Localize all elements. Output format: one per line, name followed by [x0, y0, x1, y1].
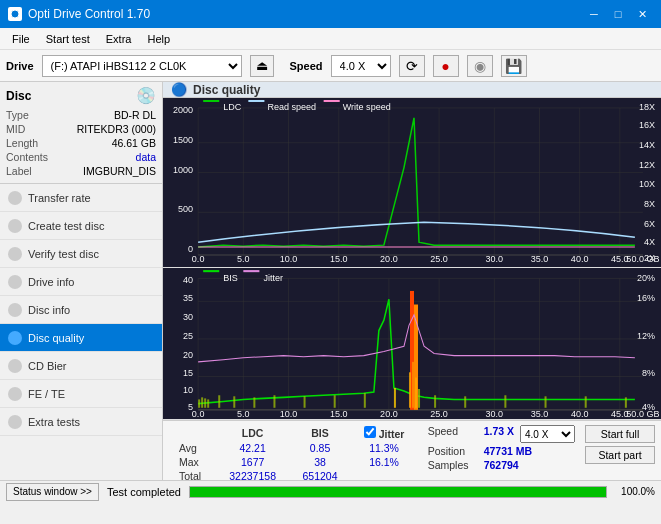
- svg-text:0.0: 0.0: [192, 409, 205, 419]
- disc-label-value: IMGBURN_DIS: [83, 165, 156, 177]
- stats-area: LDC BIS Jitter Avg 42.21: [163, 420, 661, 480]
- svg-text:35.0: 35.0: [531, 409, 549, 419]
- progress-percent: 100.0%: [615, 486, 655, 497]
- status-window-button[interactable]: Status window >>: [6, 483, 99, 501]
- nav-label-verify-test-disc: Verify test disc: [28, 248, 99, 260]
- nav-label-transfer-rate: Transfer rate: [28, 192, 91, 204]
- svg-rect-107: [464, 396, 466, 407]
- svg-text:14X: 14X: [639, 140, 655, 150]
- close-button[interactable]: ✕: [631, 4, 653, 24]
- nav-disc-quality[interactable]: Disc quality: [0, 324, 162, 352]
- sidebar: Disc 💿 Type BD-R DL MID RITEKDR3 (000) L…: [0, 82, 163, 480]
- maximize-button[interactable]: □: [607, 4, 629, 24]
- nav-drive-info[interactable]: Drive info: [0, 268, 162, 296]
- disc-mid-row: MID RITEKDR3 (000): [6, 123, 156, 135]
- nav-create-test-disc[interactable]: Create test disc: [0, 212, 162, 240]
- svg-text:12%: 12%: [637, 331, 655, 341]
- svg-rect-111: [625, 397, 627, 407]
- speed-label: Speed: [290, 60, 323, 72]
- nav-verify-test-disc[interactable]: Verify test disc: [0, 240, 162, 268]
- save-button[interactable]: 💾: [501, 55, 527, 77]
- speed-row: Speed 1.73 X 4.0 X: [428, 425, 575, 443]
- nav-extra-tests[interactable]: Extra tests: [0, 408, 162, 436]
- svg-text:20%: 20%: [637, 272, 655, 282]
- app-icon: [8, 7, 22, 21]
- svg-text:8%: 8%: [642, 368, 655, 378]
- disc-label-row: Label IMGBURN_DIS: [6, 165, 156, 177]
- disc-length-label: Length: [6, 137, 38, 149]
- menu-extra[interactable]: Extra: [98, 31, 140, 47]
- svg-text:25: 25: [183, 331, 193, 341]
- speed-value-select[interactable]: 4.0 X: [520, 425, 575, 443]
- svg-rect-96: [253, 397, 255, 407]
- disc-label-label: Label: [6, 165, 32, 177]
- nav-label-disc-info: Disc info: [28, 304, 70, 316]
- menu-file[interactable]: File: [4, 31, 38, 47]
- nav-fe-te[interactable]: FE / TE: [0, 380, 162, 408]
- svg-text:18X: 18X: [639, 102, 655, 112]
- menu-start-test[interactable]: Start test: [38, 31, 98, 47]
- title-bar: Opti Drive Control 1.70 ─ □ ✕: [0, 0, 661, 28]
- nav-label-extra-tests: Extra tests: [28, 416, 80, 428]
- svg-text:50.0 GB: 50.0 GB: [626, 409, 659, 419]
- speed-current-value: 1.73 X: [484, 425, 514, 443]
- content-area: 🔵 Disc quality 2000 1500 1000 500 0 18X: [163, 82, 661, 480]
- stats-avg-ldc: 42.21: [216, 441, 290, 455]
- svg-rect-109: [545, 396, 547, 407]
- nav-icon: [8, 191, 22, 205]
- drive-label: Drive: [6, 60, 34, 72]
- drive-bar: Drive (F:) ATAPI iHBS112 2 CL0K ⏏ Speed …: [0, 50, 661, 82]
- svg-text:1000: 1000: [173, 165, 193, 175]
- nav-label-cd-bier: CD Bier: [28, 360, 67, 372]
- svg-text:15.0: 15.0: [330, 409, 348, 419]
- stats-max-jitter: 16.1%: [351, 455, 418, 469]
- disc-icon-button[interactable]: ●: [433, 55, 459, 77]
- start-part-button[interactable]: Start part: [585, 446, 655, 464]
- stats-total-ldc: 32237158: [216, 469, 290, 480]
- disc-icon: 💿: [136, 86, 156, 105]
- refresh-button[interactable]: ⟳: [399, 55, 425, 77]
- svg-text:35: 35: [183, 293, 193, 303]
- nav-icon: [8, 359, 22, 373]
- speed-select[interactable]: 4.0 X: [331, 55, 391, 77]
- disc-type-row: Type BD-R DL: [6, 109, 156, 121]
- progress-bar-container: [189, 486, 607, 498]
- drive-select[interactable]: (F:) ATAPI iHBS112 2 CL0K: [42, 55, 242, 77]
- start-full-button[interactable]: Start full: [585, 425, 655, 443]
- nav-transfer-rate[interactable]: Transfer rate: [0, 184, 162, 212]
- svg-text:LDC: LDC: [223, 102, 242, 112]
- disc-contents-row: Contents data: [6, 151, 156, 163]
- stats-avg-label: Avg: [169, 441, 216, 455]
- svg-rect-97: [273, 395, 275, 408]
- svg-rect-94: [218, 395, 220, 408]
- svg-rect-105: [418, 389, 420, 408]
- nav-cd-bier[interactable]: CD Bier: [0, 352, 162, 380]
- jitter-checkbox[interactable]: [364, 426, 376, 438]
- col-header-ldc: LDC: [216, 425, 290, 441]
- svg-rect-101: [394, 388, 396, 408]
- svg-text:0: 0: [188, 244, 193, 254]
- svg-text:10: 10: [183, 385, 193, 395]
- eject-button[interactable]: ⏏: [250, 55, 274, 77]
- disc-type-value: BD-R DL: [114, 109, 156, 121]
- svg-rect-110: [585, 396, 587, 407]
- stats-max-label: Max: [169, 455, 216, 469]
- svg-text:2000: 2000: [173, 105, 193, 115]
- stats-row-total: Total 32237158 651204: [169, 469, 418, 480]
- col-header-jitter-check: Jitter: [351, 425, 418, 441]
- menu-bar: File Start test Extra Help: [0, 28, 661, 50]
- position-value: 47731 MB: [484, 445, 532, 457]
- disc-length-value: 46.61 GB: [112, 137, 156, 149]
- svg-text:Jitter: Jitter: [263, 272, 283, 282]
- svg-rect-44: [248, 100, 264, 102]
- svg-text:5.0: 5.0: [237, 409, 250, 419]
- svg-text:12X: 12X: [639, 160, 655, 170]
- svg-rect-108: [504, 395, 506, 408]
- nav-disc-info[interactable]: Disc info: [0, 296, 162, 324]
- nav-icon: [8, 303, 22, 317]
- disc-contents-value: data: [136, 151, 156, 163]
- disc-icon2-button[interactable]: ◉: [467, 55, 493, 77]
- minimize-button[interactable]: ─: [583, 4, 605, 24]
- menu-help[interactable]: Help: [139, 31, 178, 47]
- disc-length-row: Length 46.61 GB: [6, 137, 156, 149]
